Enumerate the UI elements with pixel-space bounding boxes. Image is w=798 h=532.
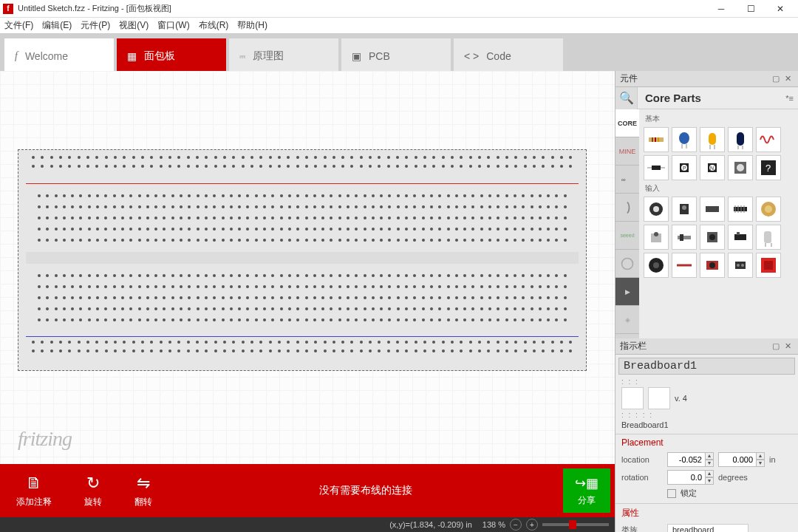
part-potentiometer[interactable] xyxy=(672,197,697,222)
inspector-thumb-breadboard[interactable] xyxy=(621,387,644,409)
location-unit: in xyxy=(769,455,776,464)
schematic-icon: ⎓ xyxy=(239,50,245,62)
bin-arduino[interactable]: ∞ xyxy=(615,166,639,194)
part-tactile-button[interactable] xyxy=(700,225,725,250)
part-relay[interactable] xyxy=(728,225,753,250)
rot-up[interactable]: ▲ xyxy=(705,470,714,477)
flip-label: 翻转 xyxy=(134,496,152,508)
tab-pcb[interactable]: ▣ PCB xyxy=(341,38,451,71)
inspector-panel-title: 指示栏 xyxy=(620,340,647,352)
location-x-input[interactable] xyxy=(667,452,706,467)
fritzing-icon: f xyxy=(15,50,18,62)
zoom-in-button[interactable]: + xyxy=(526,519,538,531)
menu-parts[interactable]: 元件(P) xyxy=(81,19,110,32)
tab-welcome[interactable]: f Welcome xyxy=(4,38,114,71)
part-transistor-npn[interactable]: N xyxy=(700,155,725,180)
close-button[interactable]: ✕ xyxy=(765,0,795,18)
svg-rect-15 xyxy=(652,166,661,170)
minimize-button[interactable]: ─ xyxy=(706,0,736,18)
flip-button[interactable]: ⇋ 翻转 xyxy=(118,474,168,508)
tab-breadboard[interactable]: ▦ 面包板 xyxy=(117,38,226,71)
share-label: 分享 xyxy=(578,494,596,507)
part-speaker[interactable] xyxy=(644,253,669,278)
svg-point-43 xyxy=(709,234,715,240)
maximize-button[interactable]: ☐ xyxy=(736,0,765,18)
bin-intel[interactable] xyxy=(615,250,639,278)
menu-routing[interactable]: 布线(R) xyxy=(199,19,229,32)
menu-edit[interactable]: 编辑(E) xyxy=(42,19,72,32)
part-sensor-module[interactable] xyxy=(728,253,753,278)
part-dip-switch[interactable] xyxy=(700,197,725,222)
parts-bin-strip: CORE MINE ∞ seeed ▶ ◈ xyxy=(615,109,639,338)
part-ic-chip[interactable] xyxy=(728,197,753,222)
part-wire[interactable] xyxy=(672,253,697,278)
location-y-input[interactable] xyxy=(718,452,757,467)
part-led[interactable] xyxy=(728,155,753,180)
svg-rect-41 xyxy=(680,234,683,241)
parts-grid[interactable]: 基本 P N ? 输入 xyxy=(639,109,798,338)
svg-point-53 xyxy=(709,262,715,268)
part-toggle-switch[interactable] xyxy=(644,225,669,250)
part-tilt-sensor[interactable] xyxy=(756,225,781,250)
part-transistor-pnp[interactable]: P xyxy=(672,155,697,180)
part-capacitor-electrolytic[interactable] xyxy=(728,127,753,152)
part-resistor[interactable] xyxy=(644,127,669,152)
bin-seeed[interactable]: seeed xyxy=(615,222,639,250)
tab-code[interactable]: < > Code xyxy=(454,38,563,71)
menu-file[interactable]: 文件(F) xyxy=(4,19,33,32)
part-mystery[interactable]: ? xyxy=(756,155,781,180)
parts-undock-button[interactable]: ▢ xyxy=(770,74,782,83)
svg-rect-45 xyxy=(737,232,740,235)
bin-mine[interactable]: MINE xyxy=(615,137,639,166)
svg-point-56 xyxy=(741,264,744,267)
inspector-thumb-schematic[interactable] xyxy=(648,387,670,409)
tab-schematic[interactable]: ⎓ 原理图 xyxy=(229,38,338,71)
window-title: Untitled Sketch.fzz - Fritzing - [面包板视图] xyxy=(18,3,706,14)
inspector-thumb-dots-bot: : : : : : xyxy=(615,411,798,419)
loc-x-up[interactable]: ▲ xyxy=(705,452,714,460)
part-camera-module[interactable] xyxy=(700,253,725,278)
location-label: location xyxy=(621,455,663,464)
rotation-input[interactable] xyxy=(667,470,706,485)
inspector-undock-button[interactable]: ▢ xyxy=(770,341,782,351)
svg-rect-4 xyxy=(655,137,656,142)
menu-view[interactable]: 视图(V) xyxy=(119,19,149,32)
parts-close-button[interactable]: ✕ xyxy=(782,74,794,83)
bin-parallax[interactable] xyxy=(615,194,639,222)
breadboard-part[interactable] xyxy=(18,149,587,371)
menu-help[interactable]: 帮助(H) xyxy=(237,19,267,32)
bin-core[interactable]: CORE xyxy=(615,109,639,137)
inspector-part-name[interactable]: Breadboard1 xyxy=(618,358,795,375)
menu-window[interactable]: 窗口(W) xyxy=(157,19,189,32)
parts-search-button[interactable]: 🔍 xyxy=(615,87,638,109)
bin-more[interactable]: ▶ xyxy=(615,278,639,306)
part-rotary-encoder[interactable] xyxy=(644,197,669,222)
loc-y-up[interactable]: ▲ xyxy=(756,452,765,460)
loc-y-down[interactable]: ▼ xyxy=(756,460,765,467)
parts-menu-button[interactable]: *≡ xyxy=(781,94,798,103)
svg-rect-58 xyxy=(764,261,773,270)
share-button[interactable]: ↪▦ 分享 xyxy=(563,468,610,513)
inspector-close-button[interactable]: ✕ xyxy=(782,341,794,351)
part-coin-cell[interactable] xyxy=(756,197,781,222)
svg-rect-44 xyxy=(734,234,746,240)
rotate-button[interactable]: ↻ 旋转 xyxy=(68,474,118,508)
part-diode[interactable] xyxy=(644,155,669,180)
app-icon: f xyxy=(3,4,13,14)
routing-status: 没有需要布线的连接 xyxy=(168,484,563,497)
add-note-button[interactable]: 🗎 添加注释 xyxy=(0,474,68,508)
part-slide-switch[interactable] xyxy=(672,225,697,250)
part-breakout-red[interactable] xyxy=(756,253,781,278)
breadboard-canvas[interactable]: fritzing xyxy=(0,71,615,464)
rot-down[interactable]: ▼ xyxy=(705,477,714,485)
part-capacitor-tantalum[interactable] xyxy=(700,127,725,152)
zoom-slider[interactable] xyxy=(542,523,609,526)
bin-scroll[interactable]: ◈ xyxy=(615,306,639,334)
zoom-out-button[interactable]: − xyxy=(510,519,522,531)
inspector-section-placement: Placement xyxy=(615,434,798,451)
parts-section-input: 输入 xyxy=(645,183,794,194)
part-inductor[interactable] xyxy=(756,127,781,152)
lock-checkbox[interactable] xyxy=(667,489,676,498)
loc-x-down[interactable]: ▼ xyxy=(705,460,714,467)
part-capacitor-ceramic[interactable] xyxy=(672,127,697,152)
